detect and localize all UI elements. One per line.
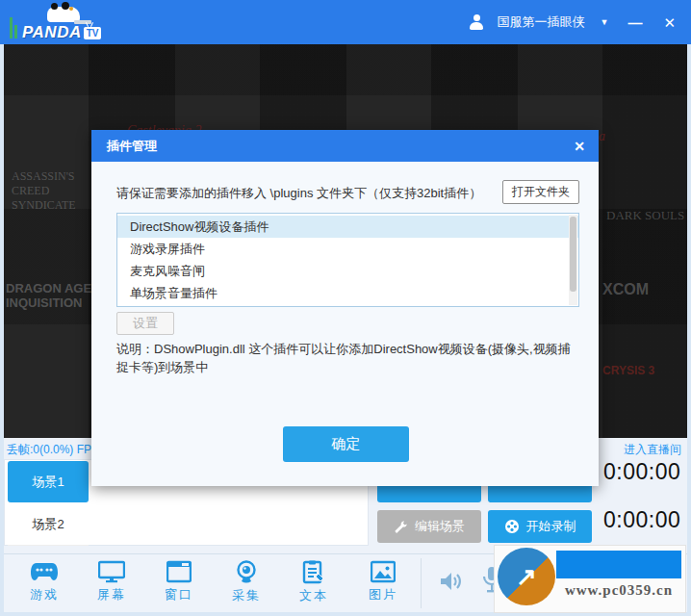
pc0359-watermark: ↗ www.pc0359.cn [494,545,686,613]
plugin-instruction: 请保证需要添加的插件移入 \plugins 文件夹下（仅支持32bit插件） [116,185,481,202]
laptop-icon [74,20,91,24]
edit-scene-label: 编辑场景 [415,518,465,535]
toolbar-divider [421,558,422,608]
dialog-title: 插件管理 [107,138,157,155]
tool-image[interactable]: 图片 [356,560,410,603]
tool-screen-label: 屏幕 [97,586,126,603]
poster-title: XCOM [602,281,649,298]
minimize-button[interactable]: — [624,13,646,32]
scrollbar-thumb[interactable] [570,217,576,292]
dialog-header[interactable]: 插件管理 ✕ [91,130,599,162]
monitor-icon [98,560,125,583]
plugin-description: 说明：DShowPlugin.dll 这个插件可以让你添加DirectShow视… [116,341,571,377]
window-close-button[interactable]: ✕ [659,13,679,32]
tool-game-label: 游戏 [30,586,59,603]
wrench-icon [394,520,408,534]
app-window: PANDA TV 国服第一插眼侠 ▼ — ✕ ASSASSIN'S CREED … [0,0,691,616]
logo-word: PANDA [22,23,82,42]
film-reel-icon [504,519,520,534]
dropped-frames-text: 丢帧:0(0.0%) FP [7,442,91,458]
bamboo-icon [10,17,17,42]
user-menu-caret-icon[interactable]: ▼ [599,15,611,29]
settings-button[interactable]: 设置 [116,312,174,335]
scene-tab-1[interactable]: 场景1 [8,461,89,502]
tool-screen[interactable]: 屏幕 [85,560,139,603]
edit-scene-button[interactable]: 编辑场景 [377,510,481,543]
gamepad-icon [30,560,59,583]
tool-window-label: 窗口 [165,586,193,603]
logo-tv-badge: TV [84,27,102,39]
scene-tab-2[interactable]: 场景2 [8,504,89,546]
list-scrollbar[interactable] [569,215,577,305]
pc0359-banner [556,551,681,578]
pc0359-url: www.pc0359.cn [556,582,681,599]
titlebar: PANDA TV 国服第一插眼侠 ▼ — ✕ [0,0,691,44]
confirm-button[interactable]: 确定 [283,426,409,462]
tool-image-label: 图片 [369,586,397,603]
poster-title: DARK SOULS [606,208,684,223]
text-icon [302,560,325,584]
tool-window[interactable]: 窗口 [152,560,206,603]
start-record-button[interactable]: 开始录制 [488,510,592,543]
plugin-list: DirectShow视频设备插件 游戏录屏插件 麦克风噪音闸 单场景音量插件 [116,213,579,307]
tool-capture[interactable]: 采集 [219,560,273,604]
tool-text[interactable]: 文本 [287,560,341,604]
record-timer: 0:00:00 [603,507,685,533]
image-icon [371,560,396,583]
enter-room-link[interactable]: 进入直播间 [624,442,681,458]
user-icon [469,14,484,30]
pandatv-logo: PANDA TV [10,2,101,42]
plugin-item-mic-noise-gate[interactable]: 麦克风噪音闸 [117,260,578,282]
webcam-icon [234,560,259,584]
plugin-manager-dialog: 插件管理 ✕ 请保证需要添加的插件移入 \plugins 文件夹下（仅支持32b… [91,130,599,486]
pc0359-logo-icon: ↗ [498,548,555,605]
username: 国服第一插眼侠 [498,13,585,31]
tool-text-label: 文本 [299,587,328,604]
start-record-label: 开始录制 [526,518,576,535]
poster-title: DRAGON AGE INQUISITION [6,281,91,310]
tool-game[interactable]: 游戏 [17,560,71,603]
plugin-item-game-record[interactable]: 游戏录屏插件 [117,238,578,260]
tool-capture-label: 采集 [232,587,261,604]
poster-title: CRYSIS 3 [602,364,654,377]
speaker-icon[interactable] [439,570,464,597]
dialog-close-icon[interactable]: ✕ [574,139,585,154]
window-icon [166,560,192,583]
plugin-item-scene-volume[interactable]: 单场景音量插件 [117,282,578,304]
live-timer: 0:00:00 [603,459,685,485]
open-folder-button[interactable]: 打开文件夹 [502,180,579,204]
poster-title: ASSASSIN'S CREED SYNDICATE [12,169,76,213]
plugin-item-directshow[interactable]: DirectShow视频设备插件 [117,216,578,238]
